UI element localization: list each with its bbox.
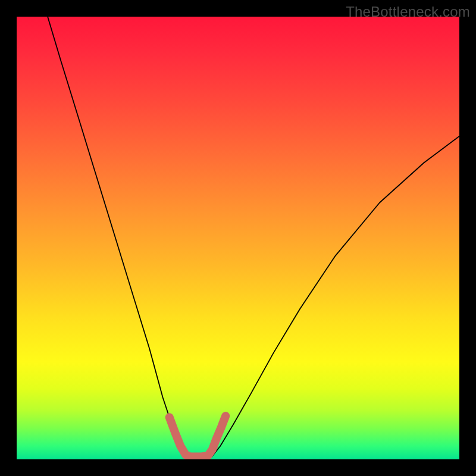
watermark-label: TheBottleneck.com [346,4,470,20]
plot-area [17,17,459,459]
series-left-curve [48,17,187,457]
chart-root: TheBottleneck.com [0,0,476,476]
curve-layer [17,17,459,459]
series-right-curve [211,136,459,457]
